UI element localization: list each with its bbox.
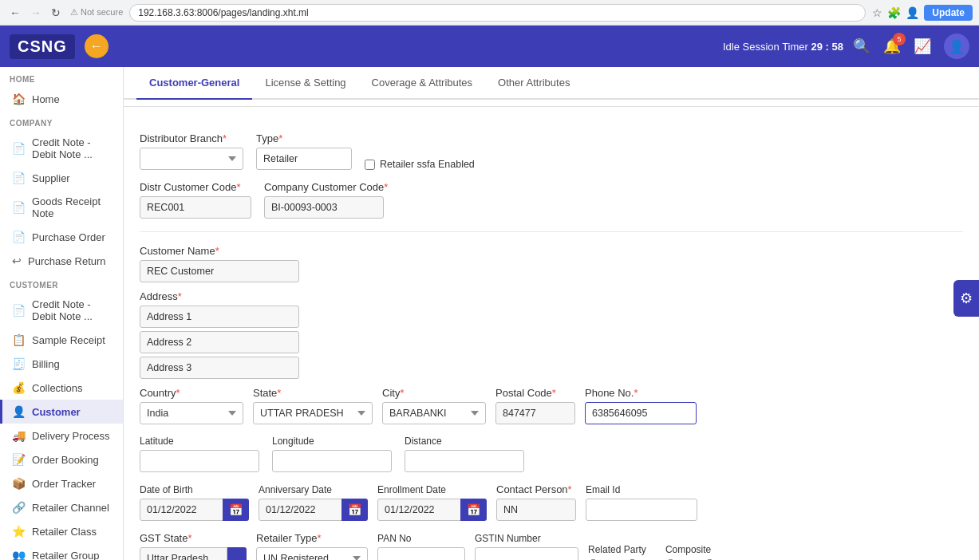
retailer-channel-icon: 🔗 xyxy=(12,501,26,514)
order-tracker-icon: 📦 xyxy=(12,477,26,490)
sidebar-item-order-tracker[interactable]: 📦 Order Tracker xyxy=(0,471,123,495)
user-profile-icon[interactable]: 👤 xyxy=(906,6,919,19)
sidebar-item-purchase-return[interactable]: ↩ Purchase Return xyxy=(0,249,123,273)
form-group-customer-name: Customer Name* REC Customer xyxy=(140,245,339,282)
forward-button[interactable]: → xyxy=(27,5,45,21)
address2-input[interactable]: Address 2 xyxy=(140,331,299,353)
sidebar-item-goods-receipt[interactable]: 📄 Goods Receipt Note xyxy=(0,190,123,225)
longitude-label: Longitude xyxy=(272,436,392,447)
distributor-branch-select[interactable] xyxy=(140,148,243,170)
browser-nav[interactable]: ← → ↻ xyxy=(6,5,64,21)
company-code-input[interactable]: BI-00093-0003 xyxy=(264,196,384,219)
dob-label: Date of Birth xyxy=(140,484,249,495)
enrollment-label: Enrollment Date xyxy=(377,484,487,495)
form-group-distr-code: Distr Customer Code* REC001 xyxy=(140,181,251,219)
sidebar-item-retailer-channel[interactable]: 🔗 Retailer Channel xyxy=(0,495,123,519)
app-header: CSNG ← Idle Session Timer 29 : 58 🔍 🔔 5 … xyxy=(0,26,979,67)
form-group-longitude: Longitude xyxy=(272,436,392,472)
state-select[interactable]: UTTAR PRADESH xyxy=(253,402,373,424)
sidebar-item-order-booking[interactable]: 📝 Order Booking xyxy=(0,448,123,471)
form-row-geo: Latitude Longitude Distance xyxy=(140,436,963,472)
anniversary-input[interactable]: 01/12/2022 xyxy=(259,499,342,521)
longitude-input[interactable] xyxy=(272,450,392,472)
enrollment-input[interactable]: 01/12/2022 xyxy=(377,499,461,521)
sample-receipt-icon: 📋 xyxy=(12,333,26,346)
retailer-type-select[interactable]: UN Registered xyxy=(256,547,368,560)
latitude-input[interactable] xyxy=(140,450,259,472)
pan-label: PAN No xyxy=(377,533,465,544)
sidebar-section-customer: CUSTOMER xyxy=(0,273,123,293)
browser-actions: ☆ 🧩 👤 Update xyxy=(872,5,973,21)
phone-input[interactable]: 6385646095 xyxy=(585,402,697,424)
sidebar-item-sample-receipt[interactable]: 📋 Sample Receipt xyxy=(0,328,123,352)
sidebar-label-customer: Customer xyxy=(32,406,81,418)
user-avatar[interactable]: 👤 xyxy=(944,34,969,59)
header-icons: 🔍 🔔 5 📈 👤 xyxy=(853,34,969,59)
url-bar[interactable] xyxy=(129,4,866,22)
distr-code-label: Distr Customer Code* xyxy=(140,181,251,193)
update-button[interactable]: Update xyxy=(924,5,973,21)
tab-customer-general[interactable]: Customer-General xyxy=(136,67,252,100)
sidebar-item-customer[interactable]: 👤 Customer xyxy=(0,400,123,424)
reload-button[interactable]: ↻ xyxy=(48,5,64,21)
retailer-group-icon: 👥 xyxy=(12,549,26,560)
form-group-gst-state: GST State* Uttar Pradesh ... xyxy=(140,532,247,560)
contact-person-input[interactable]: NN xyxy=(496,499,576,521)
goods-receipt-icon: 📄 xyxy=(12,201,26,214)
gst-state-more-button[interactable]: ... xyxy=(227,547,247,560)
dob-input[interactable]: 01/12/2022 xyxy=(140,499,223,521)
sidebar-section-home: HOME xyxy=(0,67,123,87)
sidebar-item-purchase-order[interactable]: 📄 Purchase Order xyxy=(0,225,123,249)
chart-icon[interactable]: 📈 xyxy=(914,37,931,55)
type-label: Type* xyxy=(256,132,352,144)
address1-input[interactable]: Address 1 xyxy=(140,306,299,328)
purchase-order-icon: 📄 xyxy=(12,231,26,243)
retailer-class-icon: ⭐ xyxy=(12,525,26,538)
sidebar-item-retailer-group[interactable]: 👥 Retailer Group xyxy=(0,543,123,560)
address3-input[interactable]: Address 3 xyxy=(140,357,299,379)
postal-input[interactable]: 847477 xyxy=(495,402,575,424)
pan-input[interactable] xyxy=(377,547,465,560)
city-select[interactable]: BARABANKI xyxy=(382,402,486,424)
address-label: Address* xyxy=(140,290,963,302)
sidebar-label-sample-receipt: Sample Receipt xyxy=(32,334,105,346)
search-icon[interactable]: 🔍 xyxy=(853,37,870,55)
sidebar-item-collections[interactable]: 💰 Collections xyxy=(0,376,123,400)
bookmark-star-icon[interactable]: ☆ xyxy=(872,6,882,19)
back-button[interactable]: ← xyxy=(6,5,24,21)
sidebar: HOME 🏠 Home COMPANY 📄 Credit Note - Debi… xyxy=(0,67,124,560)
distance-input[interactable] xyxy=(405,450,524,472)
sidebar-label-retailer-channel: Retailer Channel xyxy=(32,502,109,514)
extensions-icon[interactable]: 🧩 xyxy=(887,6,901,19)
form-group-related-party: Related Party Yes No xyxy=(588,544,656,560)
sidebar-item-supplier[interactable]: 📄 Supplier xyxy=(0,166,123,190)
notification-icon[interactable]: 🔔 5 xyxy=(883,37,901,55)
type-input[interactable]: Retailer xyxy=(256,148,352,170)
settings-fab[interactable]: ⚙ xyxy=(953,280,979,317)
customer-name-input[interactable]: REC Customer xyxy=(140,260,299,282)
gstin-input[interactable] xyxy=(475,547,578,560)
sidebar-item-credit-note-company[interactable]: 📄 Credit Note - Debit Note ... xyxy=(0,131,123,166)
email-input[interactable] xyxy=(586,499,697,521)
tab-license-setting[interactable]: License & Setting xyxy=(252,67,358,100)
browser-bar: ← → ↻ ⚠ Not secure ☆ 🧩 👤 Update xyxy=(0,0,979,26)
sidebar-item-delivery-process[interactable]: 🚚 Delivery Process xyxy=(0,424,123,448)
tab-coverage-attributes[interactable]: Coverage & Attributes xyxy=(359,67,485,100)
tab-other-attributes[interactable]: Other Attributes xyxy=(485,67,582,100)
ssfa-checkbox[interactable] xyxy=(365,160,375,170)
distr-code-input[interactable]: REC001 xyxy=(140,196,251,219)
form-group-postal: Postal Code* 847477 xyxy=(495,387,575,424)
sidebar-item-billing[interactable]: 🧾 Billing xyxy=(0,352,123,376)
sidebar-item-credit-note-customer[interactable]: 📄 Credit Note - Debit Note ... xyxy=(0,293,123,328)
collections-icon: 💰 xyxy=(12,381,26,394)
enrollment-calendar-button[interactable]: 📅 xyxy=(460,499,487,521)
form-group-latitude: Latitude xyxy=(140,436,259,472)
sidebar-item-home[interactable]: 🏠 Home xyxy=(0,87,123,111)
anniversary-calendar-button[interactable]: 📅 xyxy=(341,499,368,521)
sidebar-label-delivery-process: Delivery Process xyxy=(32,430,110,442)
dob-calendar-button[interactable]: 📅 xyxy=(223,499,249,521)
gst-state-input[interactable]: Uttar Pradesh xyxy=(140,547,227,560)
sidebar-item-retailer-class[interactable]: ⭐ Retailer Class xyxy=(0,519,123,543)
country-select[interactable]: India xyxy=(140,402,243,424)
back-nav-button[interactable]: ← xyxy=(85,34,109,58)
